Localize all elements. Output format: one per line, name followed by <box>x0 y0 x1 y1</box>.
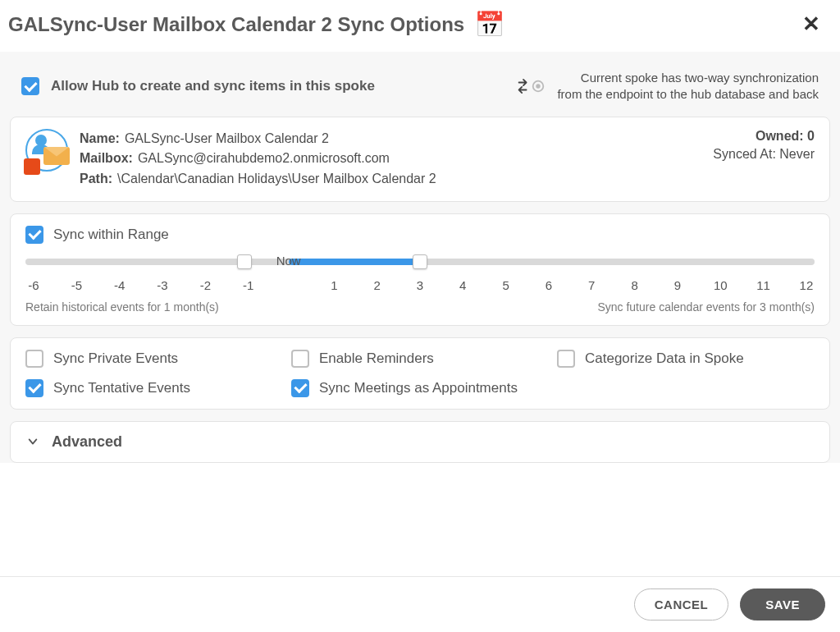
opt-enable-reminders: Enable Reminders <box>291 350 549 368</box>
chevron-down-icon <box>25 434 40 449</box>
allow-row: Allow Hub to create and sync items in th… <box>10 63 830 117</box>
sync-tentative-label: Sync Tentative Events <box>53 380 190 396</box>
dialog-body: Allow Hub to create and sync items in th… <box>0 52 840 463</box>
sync-meetings-checkbox[interactable] <box>291 379 309 397</box>
allow-label: Allow Hub to create and sync items in th… <box>51 78 375 94</box>
info-path: Path:\Calendar\Canadian Holidays\User Ma… <box>80 169 713 190</box>
advanced-section-toggle[interactable]: Advanced <box>10 421 830 463</box>
owned-count: Owned: 0 <box>713 129 815 144</box>
sync-meetings-label: Sync Meetings as Appointments <box>319 380 518 396</box>
save-button[interactable]: SAVE <box>740 588 825 621</box>
dialog-title: GALSync-User Mailbox Calendar 2 Sync Opt… <box>8 13 464 36</box>
calendar-icon: 📅 <box>474 12 504 37</box>
dialog-header: GALSync-User Mailbox Calendar 2 Sync Opt… <box>0 0 840 52</box>
sync-desc-line1: Current spoke has two-way synchronizatio… <box>557 70 819 86</box>
info-right: Owned: 0 Synced At: Never <box>713 129 815 162</box>
sync-mode-description: Current spoke has two-way synchronizatio… <box>557 70 819 103</box>
info-mailbox: Mailbox:GALSync@cirahubdemo2.onmicrosoft… <box>80 149 713 169</box>
categorize-checkbox[interactable] <box>557 350 575 368</box>
enable-reminders-checkbox[interactable] <box>291 350 309 368</box>
close-icon[interactable]: ✕ <box>799 11 824 37</box>
advanced-label: Advanced <box>52 433 122 451</box>
retain-text: Retain historical events for 1 month(s) <box>25 300 219 314</box>
opt-sync-tentative: Sync Tentative Events <box>25 379 283 397</box>
slider-active <box>289 259 420 265</box>
slider-ticks: -6-5-4-3-2-1123456789101112 <box>25 278 815 292</box>
slider-handle-high[interactable] <box>413 254 427 269</box>
info-lines: Name:GALSync-User Mailbox Calendar 2 Mai… <box>80 129 713 190</box>
categorize-label: Categorize Data in Spoke <box>585 350 744 367</box>
future-text: Sync future calendar events for 3 month(… <box>597 300 815 314</box>
sync-private-label: Sync Private Events <box>53 350 178 367</box>
range-title: Sync within Range <box>53 227 169 243</box>
mailbox-avatar-icon <box>25 129 68 172</box>
opt-sync-meetings: Sync Meetings as Appointments <box>291 379 549 397</box>
opt-sync-private: Sync Private Events <box>25 350 283 368</box>
info-name: Name:GALSync-User Mailbox Calendar 2 <box>80 129 713 149</box>
cancel-button[interactable]: CANCEL <box>634 588 729 621</box>
synced-at: Synced At: Never <box>713 147 815 162</box>
sync-tentative-checkbox[interactable] <box>25 379 43 397</box>
range-slider[interactable]: Now <box>25 250 815 275</box>
enable-reminders-label: Enable Reminders <box>319 350 434 367</box>
opt-categorize: Categorize Data in Spoke <box>557 350 815 368</box>
dialog-footer: CANCEL SAVE <box>0 576 840 632</box>
two-way-sync-icon <box>516 76 546 96</box>
slider-handle-low[interactable] <box>237 254 252 269</box>
sync-private-checkbox[interactable] <box>25 350 43 368</box>
range-card: Sync within Range Now -6-5-4-3-2-1123456… <box>10 213 830 326</box>
range-footer: Retain historical events for 1 month(s) … <box>25 300 815 314</box>
sync-mode-block: Current spoke has two-way synchronizatio… <box>516 70 819 103</box>
allow-checkbox[interactable] <box>21 77 39 95</box>
sync-desc-line2: from the endpoint to the hub database an… <box>557 86 819 103</box>
options-card: Sync Private Events Enable Reminders Cat… <box>10 337 830 410</box>
spoke-info-card: Name:GALSync-User Mailbox Calendar 2 Mai… <box>10 117 830 202</box>
range-checkbox[interactable] <box>25 226 43 244</box>
svg-point-1 <box>536 85 541 89</box>
now-label: Now <box>276 254 301 268</box>
